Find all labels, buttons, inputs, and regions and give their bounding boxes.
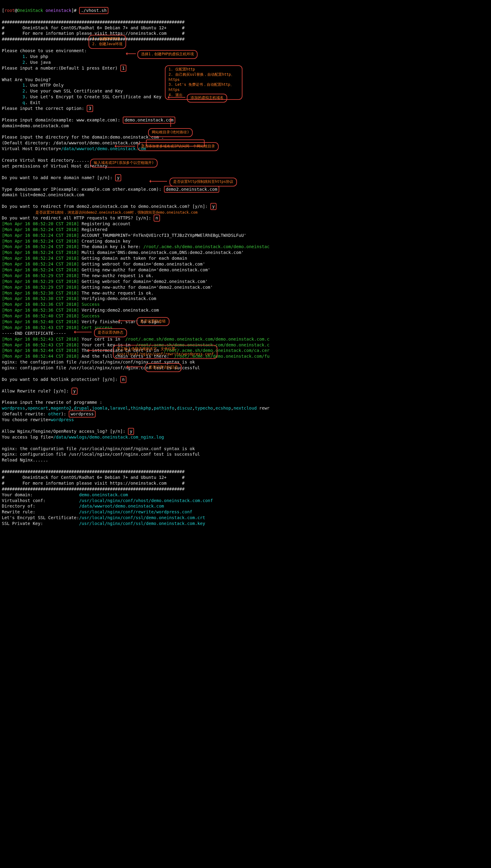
- dir-default: (Default directory: /data/wwwroot/demo.o…: [2, 141, 146, 145]
- banner-line: # OneinStack for CentOS/Radhat 6+ Debian…: [2, 25, 184, 30]
- log-ts: [Mon Apr 16 08:52:30 CST 2018]: [2, 290, 79, 296]
- note-domain: 添加的虚拟主机域名: [187, 94, 227, 102]
- log-text: Multi domain='DNS:demo.oneinstack.com,DN…: [79, 250, 244, 255]
- log-ts: [Mon Apr 16 08:52:20 CST 2018]: [2, 221, 79, 226]
- menu-number: 1: [22, 54, 25, 59]
- create-vhost: Create Virtul Host directory......: [2, 158, 89, 163]
- log-ok: /root/.acme.sh/demo.oneinstack.com/demo.…: [144, 244, 270, 249]
- note-rewrite: 是否设置伪静态: [94, 329, 127, 337]
- log-text: ACCOUNT_THUMBPRINT='FnTknQVE1rcfI3_TTJBz…: [79, 233, 247, 238]
- rewrite-label: Allow Rewrite rule? [y/n]:: [2, 389, 71, 394]
- terminal-output: [root@OneinStack oneinstack]# ./vhost.sh…: [0, 0, 491, 723]
- arrow-icon: [127, 54, 136, 54]
- summary-key: Directory of:: [2, 504, 79, 508]
- summary-val: demo.oneinstack.com: [79, 492, 128, 497]
- vhost-dir: Virtual Host Directory=: [2, 146, 61, 151]
- banner-bar: ########################################…: [2, 20, 184, 24]
- domain-input-label: Please input domain(example: www.example…: [2, 118, 123, 122]
- nginx-test: nginx: configuration file /usr/local/ngi…: [2, 452, 200, 457]
- note-https: 是否设置http强制跳转至https协议: [170, 178, 237, 186]
- redirect-input[interactable]: y: [210, 203, 216, 210]
- https-redirect-input[interactable]: n: [153, 215, 160, 222]
- summary-key: Let's Encrypt SSL Certificate:: [2, 515, 79, 520]
- log-ts: [Mon Apr 16 08:52:43 CST 2018]: [2, 342, 79, 347]
- log-ts: [Mon Apr 16 08:52:24 CST 2018]: [2, 227, 79, 232]
- summary-key: SSL Private Key:: [2, 521, 79, 526]
- menu-label: . Use java: [25, 60, 51, 65]
- log-text: The new-authz request is ok.: [79, 273, 153, 278]
- log-ts: [Mon Apr 16 08:52:43 CST 2018]: [2, 337, 79, 342]
- arrow-icon: [89, 350, 111, 351]
- rewrite-option: drupal: [74, 406, 89, 410]
- summary-key: Virtualhost conf:: [2, 498, 79, 503]
- rewrite-programme: Please input the rewrite of programme :: [2, 400, 102, 405]
- note-more-domain: 是否添加更多域名或IP访问同一个网站根目录: [137, 142, 219, 151]
- menu-number: 3: [22, 94, 25, 99]
- menu-number: 2: [22, 89, 25, 93]
- rewrite-option: typecho: [195, 406, 213, 410]
- menu-label: . Use your own SSL Certificate and Key: [25, 89, 123, 93]
- log-ts: [Mon Apr 16 08:52:43 CST 2018]: [2, 325, 79, 330]
- log-text: Registering account: [79, 221, 131, 226]
- log-ts: [Mon Apr 16 08:52:29 CST 2018]: [2, 279, 79, 284]
- summary-val: /usr/local/nginx/conf/rewrite/wordpress.…: [79, 509, 192, 514]
- hotlink-input[interactable]: n: [120, 376, 126, 383]
- accesslog-file: You access log file=: [2, 435, 53, 439]
- log-ok: Success: [82, 313, 99, 318]
- rewrite-name-input[interactable]: wordpress: [69, 410, 95, 417]
- log-text: Registered: [79, 227, 108, 232]
- note-type-domain: 输入域名或IP(添加多个以空格隔开): [90, 159, 157, 167]
- log-ts: [Mon Apr 16 08:52:24 CST 2018]: [2, 267, 79, 272]
- option-input[interactable]: 3: [87, 105, 93, 112]
- arrow-icon: [170, 119, 171, 127]
- arrow-icon: [127, 367, 143, 367]
- log-text: Getting new-authz for domain='demo2.onei…: [79, 285, 213, 290]
- note-301: 是否设置301跳转，浏览器访问demo2.oneinstack.com时，强制跳…: [35, 210, 198, 215]
- banner-bar: ########################################…: [2, 469, 184, 474]
- log-ts: [Mon Apr 16 08:52:44 CST 2018]: [2, 354, 79, 359]
- hotlink-label: Do you want to add hotlink protection? […: [2, 377, 120, 382]
- log-text: Getting webroot for domain='demo2.oneins…: [79, 279, 208, 284]
- log-text: Getting new-authz for domain='demo.onein…: [79, 267, 210, 272]
- menu-label: . Exit: [25, 100, 40, 105]
- dir-label: Please input the directory for the domai…: [2, 134, 110, 140]
- doing-label: What Are You Doing?: [2, 77, 51, 82]
- arrow-icon: [115, 146, 135, 147]
- domain-input[interactable]: demo.oneinstack.com: [123, 117, 175, 124]
- log-text: Verifying:demo.oneinstack.com: [79, 296, 156, 301]
- type-domain-label: Type domainname or IP(example: example.c…: [2, 187, 164, 192]
- summary-key: Your domain:: [2, 492, 79, 497]
- log-text: Verifying:demo2.oneinstack.com: [79, 308, 159, 313]
- note-env: 1. 创建PHP环境2. 创建Java环境: [89, 35, 126, 49]
- log-ts: [Mon Apr 16 08:52:36 CST 2018]: [2, 302, 79, 307]
- extra-domain-input[interactable]: demo2.oneinstack.com: [164, 186, 219, 193]
- acme-log: [Mon Apr 16 08:52:20 CST 2018] Registeri…: [2, 221, 489, 331]
- arrow-icon: [169, 97, 185, 98]
- banner-bar: ########################################…: [2, 487, 184, 491]
- rewrite-option: ecshop: [215, 406, 231, 410]
- more-domain-input[interactable]: y: [115, 174, 121, 181]
- accesslog-input[interactable]: y: [128, 428, 134, 435]
- log-ts: [Mon Apr 16 08:52:24 CST 2018]: [2, 261, 79, 267]
- rewrite-option: thinkphp: [131, 406, 151, 410]
- summary-val: /usr/local/nginx/conf/ssl/demo.oneinstac…: [79, 515, 205, 520]
- command-input[interactable]: ./vhost.sh: [79, 7, 108, 14]
- log-ts: [Mon Apr 16 08:52:24 CST 2018]: [2, 233, 79, 238]
- prompt: [root@OneinStack oneinstack]#: [2, 8, 79, 13]
- log-ts: [Mon Apr 16 08:52:30 CST 2018]: [2, 296, 79, 301]
- summary-val: /data/wwwroot/demo.oneinstack.com: [79, 504, 164, 508]
- arrow-icon: [75, 332, 92, 332]
- log-ts: [Mon Apr 16 08:52:40 CST 2018]: [2, 313, 79, 318]
- rewrite-input[interactable]: y: [71, 388, 78, 395]
- accesslog-label: Allow Nginx/Tengine/OpenResty access_log…: [2, 429, 128, 434]
- rewrite-option: discuz: [177, 406, 192, 410]
- more-domain-label: Do you want to add more domain name? [y/…: [2, 175, 115, 180]
- menu-label: . Use Let's Encrypt to Create SSL Certif…: [25, 94, 162, 99]
- arrow-icon: [119, 320, 134, 321]
- log-ts: [Mon Apr 16 08:52:24 CST 2018]: [2, 244, 79, 249]
- menu-number: 2: [22, 60, 25, 65]
- note-root: 网站根目录(绝对路径): [148, 128, 193, 137]
- env-input[interactable]: 1: [120, 65, 126, 72]
- menu-label: . Use php: [25, 54, 48, 59]
- banner-line: # OneinStack for CentOS/Radhat 6+ Debian…: [2, 475, 184, 480]
